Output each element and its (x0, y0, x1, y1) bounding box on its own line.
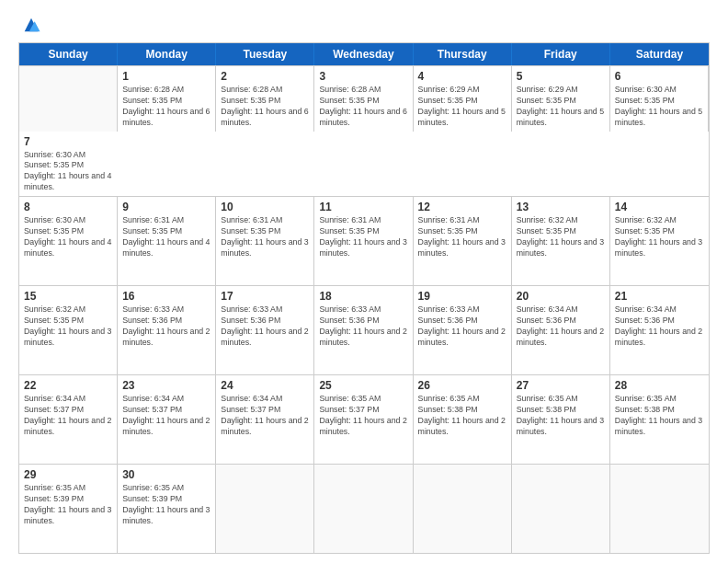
header-day-saturday: Saturday (610, 43, 709, 65)
day-info: Sunrise: 6:31 AMSunset: 5:35 PMDaylight:… (418, 215, 506, 259)
day-number: 19 (418, 290, 506, 303)
day-number: 27 (517, 379, 605, 392)
day-info: Sunrise: 6:28 AMSunset: 5:35 PMDaylight:… (221, 85, 309, 129)
day-number: 25 (319, 379, 407, 392)
calendar-cell: 12Sunrise: 6:31 AMSunset: 5:35 PMDayligh… (414, 197, 512, 285)
page: SundayMondayTuesdayWednesdayThursdayFrid… (0, 0, 728, 563)
header-day-wednesday: Wednesday (314, 43, 413, 65)
header-day-friday: Friday (512, 43, 610, 65)
calendar-cell: 23Sunrise: 6:34 AMSunset: 5:37 PMDayligh… (118, 375, 216, 464)
calendar-row-1: 1Sunrise: 6:28 AMSunset: 5:35 PMDaylight… (19, 65, 709, 196)
day-number: 22 (24, 379, 112, 392)
calendar-cell: 17Sunrise: 6:33 AMSunset: 5:36 PMDayligh… (216, 286, 314, 374)
calendar-cell (610, 465, 709, 553)
day-info: Sunrise: 6:31 AMSunset: 5:35 PMDaylight:… (319, 215, 407, 259)
day-number: 18 (319, 290, 407, 303)
day-number: 23 (122, 379, 210, 392)
day-number: 12 (418, 201, 506, 213)
calendar-body: 1Sunrise: 6:28 AMSunset: 5:35 PMDaylight… (19, 65, 709, 553)
day-number: 9 (122, 201, 210, 213)
day-info: Sunrise: 6:34 AMSunset: 5:37 PMDaylight:… (122, 394, 210, 438)
day-info: Sunrise: 6:32 AMSunset: 5:35 PMDaylight:… (517, 215, 605, 259)
day-number: 11 (319, 201, 407, 213)
calendar-cell (512, 465, 610, 553)
day-info: Sunrise: 6:34 AMSunset: 5:37 PMDaylight:… (24, 394, 112, 438)
day-number: 16 (122, 290, 210, 303)
calendar-cell: 29Sunrise: 6:35 AMSunset: 5:39 PMDayligh… (19, 465, 118, 553)
day-number: 21 (615, 290, 704, 303)
day-info: Sunrise: 6:28 AMSunset: 5:35 PMDaylight:… (319, 85, 407, 129)
calendar-cell: 11Sunrise: 6:31 AMSunset: 5:35 PMDayligh… (314, 197, 413, 285)
calendar-cell: 26Sunrise: 6:35 AMSunset: 5:38 PMDayligh… (414, 375, 512, 464)
calendar-cell: 8Sunrise: 6:30 AMSunset: 5:35 PMDaylight… (19, 197, 118, 285)
calendar-cell: 4Sunrise: 6:29 AMSunset: 5:35 PMDaylight… (414, 66, 512, 132)
calendar-cell: 27Sunrise: 6:35 AMSunset: 5:38 PMDayligh… (512, 375, 610, 464)
calendar-cell: 21Sunrise: 6:34 AMSunset: 5:36 PMDayligh… (610, 286, 709, 374)
calendar-cell (314, 465, 413, 553)
day-info: Sunrise: 6:33 AMSunset: 5:36 PMDaylight:… (418, 304, 506, 349)
calendar-cell: 1Sunrise: 6:28 AMSunset: 5:35 PMDaylight… (118, 66, 216, 132)
logo-icon (21, 15, 41, 35)
day-info: Sunrise: 6:35 AMSunset: 5:38 PMDaylight:… (517, 394, 605, 438)
calendar-cell: 2Sunrise: 6:28 AMSunset: 5:35 PMDaylight… (216, 66, 314, 132)
calendar-cell: 25Sunrise: 6:35 AMSunset: 5:37 PMDayligh… (314, 375, 413, 464)
calendar-cell: 24Sunrise: 6:34 AMSunset: 5:37 PMDayligh… (216, 375, 314, 464)
day-number: 17 (221, 290, 309, 303)
day-info: Sunrise: 6:33 AMSunset: 5:36 PMDaylight:… (319, 304, 407, 349)
calendar-cell: 10Sunrise: 6:31 AMSunset: 5:35 PMDayligh… (216, 197, 314, 285)
day-number: 26 (418, 379, 506, 392)
calendar-cell (216, 465, 314, 553)
calendar-cell: 28Sunrise: 6:35 AMSunset: 5:38 PMDayligh… (610, 375, 709, 464)
calendar-cell (19, 66, 118, 132)
calendar-cell: 6Sunrise: 6:30 AMSunset: 5:35 PMDaylight… (610, 66, 709, 132)
day-info: Sunrise: 6:30 AMSunset: 5:35 PMDaylight:… (24, 150, 113, 194)
day-number: 29 (24, 468, 112, 481)
header-day-thursday: Thursday (414, 43, 512, 65)
calendar-row-2: 8Sunrise: 6:30 AMSunset: 5:35 PMDaylight… (19, 196, 709, 285)
day-info: Sunrise: 6:35 AMSunset: 5:39 PMDaylight:… (122, 483, 210, 527)
day-number: 10 (221, 201, 309, 213)
calendar-cell (414, 465, 512, 553)
logo (18, 17, 41, 35)
day-number: 20 (517, 290, 605, 303)
day-info: Sunrise: 6:33 AMSunset: 5:36 PMDaylight:… (122, 304, 210, 349)
calendar-cell: 15Sunrise: 6:32 AMSunset: 5:35 PMDayligh… (19, 286, 118, 374)
day-number: 8 (24, 201, 112, 213)
day-number: 28 (615, 379, 704, 392)
calendar-cell: 14Sunrise: 6:32 AMSunset: 5:35 PMDayligh… (610, 197, 709, 285)
day-info: Sunrise: 6:31 AMSunset: 5:35 PMDaylight:… (221, 215, 309, 259)
day-info: Sunrise: 6:29 AMSunset: 5:35 PMDaylight:… (517, 85, 605, 129)
calendar-cell: 3Sunrise: 6:28 AMSunset: 5:35 PMDaylight… (314, 66, 413, 132)
header-day-monday: Monday (118, 43, 216, 65)
day-info: Sunrise: 6:28 AMSunset: 5:35 PMDaylight:… (122, 85, 210, 129)
day-info: Sunrise: 6:32 AMSunset: 5:35 PMDaylight:… (615, 215, 704, 259)
calendar-cell: 13Sunrise: 6:32 AMSunset: 5:35 PMDayligh… (512, 197, 610, 285)
day-number: 5 (517, 70, 605, 83)
calendar-cell: 9Sunrise: 6:31 AMSunset: 5:35 PMDaylight… (118, 197, 216, 285)
day-number: 7 (24, 135, 113, 148)
calendar-row-5: 29Sunrise: 6:35 AMSunset: 5:39 PMDayligh… (19, 464, 709, 553)
day-info: Sunrise: 6:35 AMSunset: 5:38 PMDaylight:… (418, 394, 506, 438)
day-info: Sunrise: 6:34 AMSunset: 5:37 PMDaylight:… (221, 394, 309, 438)
header (18, 17, 710, 35)
day-number: 30 (122, 468, 210, 481)
day-number: 13 (517, 201, 605, 213)
calendar-row-3: 15Sunrise: 6:32 AMSunset: 5:35 PMDayligh… (19, 285, 709, 374)
day-info: Sunrise: 6:35 AMSunset: 5:39 PMDaylight:… (24, 483, 112, 527)
day-info: Sunrise: 6:31 AMSunset: 5:35 PMDaylight:… (122, 215, 210, 259)
day-number: 14 (615, 201, 704, 213)
calendar: SundayMondayTuesdayWednesdayThursdayFrid… (18, 42, 710, 554)
calendar-cell: 18Sunrise: 6:33 AMSunset: 5:36 PMDayligh… (314, 286, 413, 374)
calendar-cell: 22Sunrise: 6:34 AMSunset: 5:37 PMDayligh… (19, 375, 118, 464)
day-info: Sunrise: 6:30 AMSunset: 5:35 PMDaylight:… (24, 215, 112, 259)
day-number: 24 (221, 379, 309, 392)
day-number: 15 (24, 290, 112, 303)
calendar-cell: 16Sunrise: 6:33 AMSunset: 5:36 PMDayligh… (118, 286, 216, 374)
calendar-cell: 5Sunrise: 6:29 AMSunset: 5:35 PMDaylight… (512, 66, 610, 132)
day-info: Sunrise: 6:32 AMSunset: 5:35 PMDaylight:… (24, 304, 112, 349)
day-number: 4 (418, 70, 506, 83)
header-day-sunday: Sunday (19, 43, 118, 65)
day-number: 1 (122, 70, 210, 83)
calendar-cell: 19Sunrise: 6:33 AMSunset: 5:36 PMDayligh… (414, 286, 512, 374)
day-info: Sunrise: 6:34 AMSunset: 5:36 PMDaylight:… (615, 304, 704, 349)
